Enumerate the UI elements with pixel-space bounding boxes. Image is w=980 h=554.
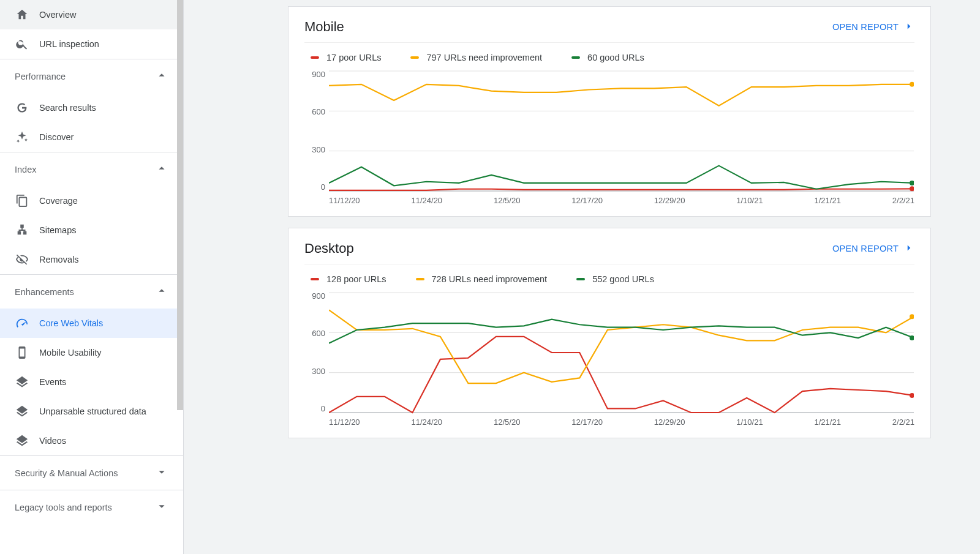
desktop-legend: 128 poor URLs 728 URLs need improvement … bbox=[304, 264, 914, 291]
chevron-right-icon bbox=[903, 242, 914, 255]
speed-icon bbox=[15, 316, 29, 331]
nav-label: Videos bbox=[39, 436, 66, 446]
legend-poor: 17 poor URLs bbox=[311, 53, 381, 62]
mobile-chart: 9006003000 11/12/2011/24/2012/5/2012/17/… bbox=[304, 70, 914, 205]
desktop-x-labels: 11/12/2011/24/2012/5/2012/17/2012/29/201… bbox=[329, 417, 914, 427]
legend-poor: 128 poor URLs bbox=[311, 274, 386, 284]
nav-overview[interactable]: Overview bbox=[0, 0, 183, 29]
nav-events[interactable]: Events bbox=[0, 367, 183, 397]
nav-coverage[interactable]: Coverage bbox=[0, 186, 183, 215]
desktop-title: Desktop bbox=[304, 241, 354, 256]
legend-label: 60 good URLs bbox=[587, 53, 644, 62]
search-icon bbox=[15, 37, 29, 51]
nav-group-index[interactable]: Index bbox=[0, 152, 183, 186]
nav-mobile-usability[interactable]: Mobile Usability bbox=[0, 338, 183, 367]
nav-group-enhancements[interactable]: Enhancements bbox=[0, 274, 183, 309]
desktop-y-labels: 9006003000 bbox=[304, 291, 325, 413]
chevron-down-icon bbox=[155, 465, 168, 481]
nav-removals[interactable]: Removals bbox=[0, 245, 183, 274]
nav-label: Search results bbox=[39, 103, 96, 113]
desktop-chart: 9006003000 11/12/2011/24/2012/5/2012/17/… bbox=[304, 291, 914, 427]
discover-icon bbox=[15, 130, 29, 144]
svg-point-5 bbox=[910, 82, 914, 87]
legend-label: 128 poor URLs bbox=[326, 274, 386, 284]
nav-label: Coverage bbox=[39, 196, 78, 206]
legend-improvement: 797 URLs need improvement bbox=[410, 53, 542, 62]
nav-unparsable-structured-data[interactable]: Unparsable structured data bbox=[0, 397, 183, 426]
layers-icon bbox=[15, 433, 29, 448]
sidebar: Overview URL inspection Performance Sear… bbox=[0, 0, 184, 554]
mobile-y-labels: 9006003000 bbox=[304, 70, 325, 192]
group-label: Performance bbox=[15, 72, 66, 81]
legend-label: 797 URLs need improvement bbox=[426, 53, 542, 62]
mobile-title: Mobile bbox=[304, 19, 344, 35]
nav-group-legacy[interactable]: Legacy tools and reports bbox=[0, 490, 183, 524]
chevron-up-icon bbox=[155, 284, 168, 299]
chevron-up-icon bbox=[155, 69, 168, 84]
group-label: Enhancements bbox=[15, 287, 74, 297]
good-swatch-icon bbox=[571, 56, 580, 59]
svg-point-6 bbox=[910, 181, 914, 185]
open-report-button-desktop[interactable]: OPEN REPORT bbox=[832, 242, 914, 255]
nav-url-inspection[interactable]: URL inspection bbox=[0, 29, 183, 59]
mobile-card: Mobile OPEN REPORT 17 poor URLs 797 URLs… bbox=[288, 6, 931, 217]
group-label: Legacy tools and reports bbox=[15, 503, 112, 512]
nav-discover[interactable]: Discover bbox=[0, 122, 183, 152]
nav-core-web-vitals[interactable]: Core Web Vitals bbox=[0, 309, 183, 338]
mobile-chart-svg bbox=[329, 70, 914, 192]
nav-label: Mobile Usability bbox=[39, 348, 102, 357]
improvement-swatch-icon bbox=[410, 56, 419, 59]
mobile-x-labels: 11/12/2011/24/2012/5/2012/17/2012/29/201… bbox=[329, 196, 914, 205]
open-report-button-mobile[interactable]: OPEN REPORT bbox=[832, 21, 914, 34]
legend-label: 552 good URLs bbox=[592, 274, 654, 284]
nav-label: Unparsable structured data bbox=[39, 406, 146, 416]
poor-swatch-icon bbox=[311, 56, 319, 59]
legend-improvement: 728 URLs need improvement bbox=[416, 274, 548, 284]
copy-icon bbox=[15, 193, 29, 208]
nav-videos[interactable]: Videos bbox=[0, 426, 183, 455]
nav-label: URL inspection bbox=[39, 39, 99, 49]
group-label: Index bbox=[15, 165, 36, 174]
legend-label: 728 URLs need improvement bbox=[432, 274, 548, 284]
svg-point-4 bbox=[910, 186, 914, 191]
sitemap-icon bbox=[15, 223, 29, 238]
nav-label: Events bbox=[39, 377, 66, 387]
main-content: Mobile OPEN REPORT 17 poor URLs 797 URLs… bbox=[184, 0, 980, 554]
poor-swatch-icon bbox=[311, 278, 319, 280]
nav-group-performance[interactable]: Performance bbox=[0, 59, 183, 93]
chevron-right-icon bbox=[903, 21, 914, 34]
nav-label: Sitemaps bbox=[39, 225, 76, 235]
sidebar-scrollbar[interactable] bbox=[177, 0, 183, 410]
nav-sitemaps[interactable]: Sitemaps bbox=[0, 215, 183, 245]
improvement-swatch-icon bbox=[416, 278, 424, 280]
layers-icon bbox=[15, 375, 29, 389]
visibility-off-icon bbox=[15, 252, 29, 267]
good-swatch-icon bbox=[576, 278, 585, 280]
nav-label: Core Web Vitals bbox=[39, 318, 103, 328]
desktop-chart-svg bbox=[329, 291, 914, 414]
chevron-up-icon bbox=[155, 162, 168, 177]
group-label: Security & Manual Actions bbox=[15, 468, 118, 478]
chevron-down-icon bbox=[155, 500, 168, 515]
desktop-card: Desktop OPEN REPORT 128 poor URLs 728 UR… bbox=[288, 228, 931, 438]
open-report-label: OPEN REPORT bbox=[832, 22, 899, 32]
legend-label: 17 poor URLs bbox=[326, 53, 381, 62]
layers-icon bbox=[15, 404, 29, 419]
open-report-label: OPEN REPORT bbox=[832, 244, 899, 253]
mobile-legend: 17 poor URLs 797 URLs need improvement 6… bbox=[304, 42, 914, 70]
phone-icon bbox=[15, 345, 29, 360]
legend-good: 60 good URLs bbox=[571, 53, 644, 62]
home-icon bbox=[15, 7, 29, 22]
nav-label: Overview bbox=[39, 10, 76, 20]
nav-group-security[interactable]: Security & Manual Actions bbox=[0, 455, 183, 490]
nav-label: Removals bbox=[39, 255, 78, 264]
google-icon bbox=[15, 100, 29, 115]
nav-search-results[interactable]: Search results bbox=[0, 93, 183, 122]
svg-point-11 bbox=[910, 393, 914, 398]
legend-good: 552 good URLs bbox=[576, 274, 654, 284]
nav-label: Discover bbox=[39, 132, 74, 142]
